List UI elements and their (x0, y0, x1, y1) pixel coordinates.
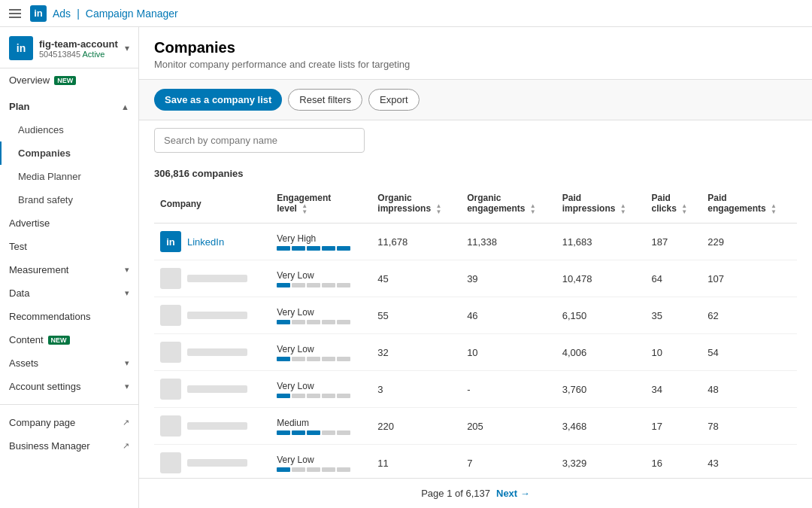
engagement-label: Medium (277, 418, 365, 428)
engagement-label: Very High (277, 233, 365, 244)
organic-impressions-cell: 3 (371, 371, 461, 408)
account-chevron-icon: ▾ (125, 43, 129, 53)
account-id: 504513845 Active (39, 50, 119, 59)
engagement-label: Very Low (277, 381, 365, 391)
sidebar-item-label: Test (9, 241, 27, 252)
engagement-bar (277, 357, 365, 361)
col-paid-engagements[interactable]: Paidengagements ▲▼ (701, 185, 797, 224)
paid-impressions-cell: 3,760 (556, 371, 646, 408)
sidebar-item-label: Account settings (9, 381, 80, 392)
page-subtitle: Monitor company performance and create l… (154, 59, 797, 70)
save-company-list-button[interactable]: Save as a company list (154, 89, 282, 111)
sidebar-item-overview[interactable]: Overview NEW (0, 68, 138, 92)
engagement-label: Very Low (277, 344, 365, 354)
organic-engagements-cell: 46 (461, 297, 556, 334)
company-cell (154, 445, 271, 479)
col-organic-engagements[interactable]: Organicengagements ▲▼ (461, 185, 556, 224)
sidebar-item-label: Plan (9, 101, 29, 112)
sidebar-item-label: Advertise (9, 217, 50, 229)
paid-impressions-cell: 11,683 (556, 224, 646, 260)
paid-impressions-cell: 3,329 (556, 445, 646, 479)
sidebar-divider (0, 404, 138, 405)
engagement-bar (277, 430, 365, 435)
sidebar-item-label: Company page (9, 417, 75, 428)
arrow-right-icon: → (520, 488, 530, 499)
col-label: Paidclicks (651, 193, 676, 214)
col-paid-impressions[interactable]: Paidimpressions ▲▼ (556, 185, 646, 224)
chevron-down-icon: ▾ (125, 288, 129, 298)
paid-engagements-cell: 78 (701, 408, 797, 445)
col-paid-clicks[interactable]: Paidclicks ▲▼ (645, 185, 701, 224)
col-engagement-level[interactable]: Engagementlevel ▲▼ (271, 185, 371, 224)
external-link-icon: ↗ (123, 418, 129, 427)
company-logo (160, 415, 181, 437)
paid-engagements-cell: 62 (701, 297, 797, 334)
col-label: Company (160, 199, 201, 209)
chevron-down-icon: ▾ (125, 382, 129, 391)
organic-engagements-cell: 11,338 (461, 224, 556, 260)
sidebar-item-label: Data (9, 287, 29, 299)
sort-arrows-icon: ▲▼ (681, 203, 687, 215)
company-cell (154, 334, 271, 371)
sidebar-item-media-planner[interactable]: Media Planner (0, 165, 138, 188)
organic-engagements-cell: 10 (461, 334, 556, 371)
hamburger-menu[interactable] (9, 6, 24, 21)
table-container: 306,816 companies Company Engagementleve… (139, 160, 812, 478)
company-name-placeholder (187, 385, 247, 393)
sidebar-item-companies[interactable]: Companies (0, 141, 138, 165)
companies-table: Company Engagementlevel ▲▼ Organicimpres… (154, 185, 797, 478)
sidebar-item-test[interactable]: Test (0, 235, 138, 258)
table-row: Very Low32104,0061054 (154, 334, 797, 371)
companies-count: 306,816 companies (154, 160, 797, 185)
search-input[interactable] (154, 128, 365, 153)
col-company[interactable]: Company (154, 185, 271, 224)
sidebar-item-company-page[interactable]: Company page ↗ (0, 411, 138, 434)
engagement-bar (277, 320, 365, 324)
company-name-placeholder (187, 312, 247, 319)
company-cell (154, 297, 271, 334)
company-logo (160, 342, 181, 363)
top-bar-product: Campaign Manager (86, 8, 178, 20)
main-content: Companies Monitor company performance an… (139, 27, 812, 508)
sidebar-item-audiences[interactable]: Audiences (0, 118, 138, 141)
organic-impressions-cell: 55 (371, 297, 461, 334)
sidebar-item-brand-safety[interactable]: Brand safety (0, 188, 138, 211)
external-link-icon: ↗ (123, 441, 129, 451)
toolbar: Save as a company list Reset filters Exp… (139, 80, 812, 120)
sidebar-item-assets[interactable]: Assets ▾ (0, 351, 138, 375)
paid-impressions-cell: 3,468 (556, 408, 646, 445)
sidebar-item-label: Audiences (18, 124, 64, 135)
export-button[interactable]: Export (368, 89, 420, 111)
table-row: Very Low453910,47864107 (154, 260, 797, 297)
account-logo: in (9, 36, 33, 60)
chevron-down-icon: ▾ (125, 358, 129, 368)
company-name-placeholder (187, 275, 247, 282)
col-organic-impressions[interactable]: Organicimpressions ▲▼ (371, 185, 461, 224)
sidebar-item-content[interactable]: Content NEW (0, 328, 138, 351)
sidebar-item-business-manager[interactable]: Business Manager ↗ (0, 434, 138, 458)
account-status: Active (83, 50, 105, 59)
paid-engagements-cell: 107 (701, 260, 797, 297)
chevron-down-icon: ▾ (125, 265, 129, 275)
reset-filters-button[interactable]: Reset filters (288, 89, 362, 111)
top-bar: in Ads | Campaign Manager (0, 0, 812, 27)
company-name[interactable]: LinkedIn (187, 236, 224, 248)
pagination-next-button[interactable]: Next → (496, 488, 530, 499)
paid-impressions-cell: 10,478 (556, 260, 646, 297)
company-cell (154, 408, 271, 445)
sidebar-item-plan[interactable]: Plan ▲ (0, 92, 138, 118)
sidebar-item-account-settings[interactable]: Account settings ▾ (0, 375, 138, 398)
col-label: Paidimpressions (562, 193, 616, 214)
engagement-level-cell: Medium (271, 408, 371, 445)
account-selector[interactable]: in fig-team-account 504513845 Active ▾ (0, 27, 138, 68)
sidebar-item-advertise[interactable]: Advertise (0, 211, 138, 235)
sidebar-item-measurement[interactable]: Measurement ▾ (0, 258, 138, 281)
paid-clicks-cell: 187 (645, 224, 701, 260)
col-label: Organicengagements (467, 193, 525, 214)
page-header: Companies Monitor company performance an… (139, 27, 812, 80)
sidebar-item-data[interactable]: Data ▾ (0, 281, 138, 305)
paid-clicks-cell: 17 (645, 408, 701, 445)
sort-arrows-icon: ▲▼ (530, 203, 536, 215)
sidebar-item-recommendations[interactable]: Recommendations (0, 305, 138, 328)
paid-engagements-cell: 48 (701, 371, 797, 408)
